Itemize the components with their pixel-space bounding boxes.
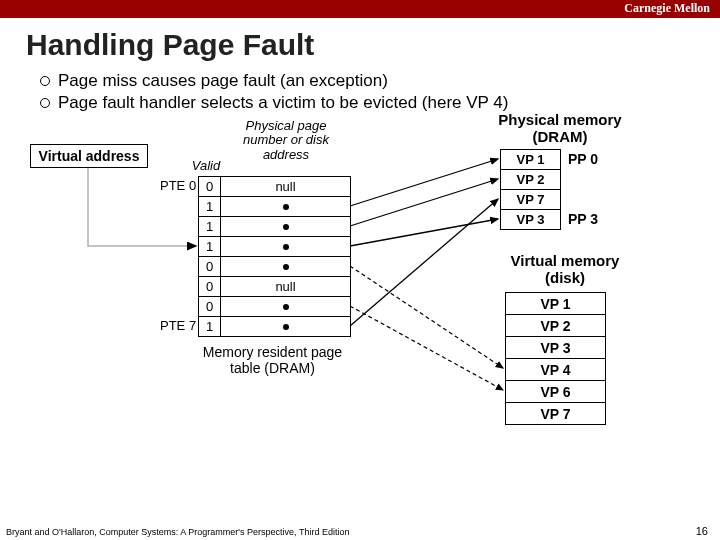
slide-title: Handling Page Fault <box>26 28 720 62</box>
pp-label: PP 3 <box>568 211 598 227</box>
bullet-item: Page miss causes page fault (an exceptio… <box>40 70 720 92</box>
header-bar: Carnegie Mellon <box>0 0 720 18</box>
pm-cell: VP 2 <box>501 170 561 190</box>
column-header-ppn: Physical page number or disk address <box>226 119 346 162</box>
virtual-address-box: Virtual address <box>30 144 148 168</box>
vm-cell: VP 7 <box>506 403 606 425</box>
virt-mem-title: Virtual memory (disk) <box>490 252 640 286</box>
pte-row: 1 <box>199 237 351 257</box>
vm-cell: VP 3 <box>506 337 606 359</box>
phys-mem-table: VP 1 VP 2 VP 7 VP 3 <box>500 149 561 230</box>
bullet-list: Page miss causes page fault (an exceptio… <box>40 70 720 114</box>
pte-row: 0 <box>199 257 351 277</box>
connector-arrows <box>0 114 720 494</box>
phys-mem-title: Physical memory (DRAM) <box>490 111 630 145</box>
pm-cell: VP 3 <box>501 210 561 230</box>
footer-text: Bryant and O'Hallaron, Computer Systems:… <box>6 527 349 537</box>
pm-cell: VP 7 <box>501 190 561 210</box>
virt-mem-table: VP 1 VP 2 VP 3 VP 4 VP 6 VP 7 <box>505 292 606 425</box>
pte-row: 1 <box>199 197 351 217</box>
page-table-caption: Memory resident page table (DRAM) <box>200 344 345 376</box>
pte-row: 1 <box>199 217 351 237</box>
pp-label: PP 0 <box>568 151 598 167</box>
pte-last-label: PTE 7 <box>160 318 196 333</box>
page-table: 0null 1 1 1 0 0null 0 1 <box>198 176 351 337</box>
pte-row: 0null <box>199 177 351 197</box>
diagram: Virtual address Valid Physical page numb… <box>0 114 720 494</box>
column-header-valid: Valid <box>186 158 226 173</box>
pte-row: 0null <box>199 277 351 297</box>
pte-row: 1 <box>199 317 351 337</box>
brand-label: Carnegie Mellon <box>624 1 710 16</box>
vm-cell: VP 4 <box>506 359 606 381</box>
vm-cell: VP 1 <box>506 293 606 315</box>
vm-cell: VP 2 <box>506 315 606 337</box>
vm-cell: VP 6 <box>506 381 606 403</box>
pm-cell: VP 1 <box>501 150 561 170</box>
page-number: 16 <box>696 525 708 537</box>
pte-row: 0 <box>199 297 351 317</box>
pte-first-label: PTE 0 <box>160 178 196 193</box>
